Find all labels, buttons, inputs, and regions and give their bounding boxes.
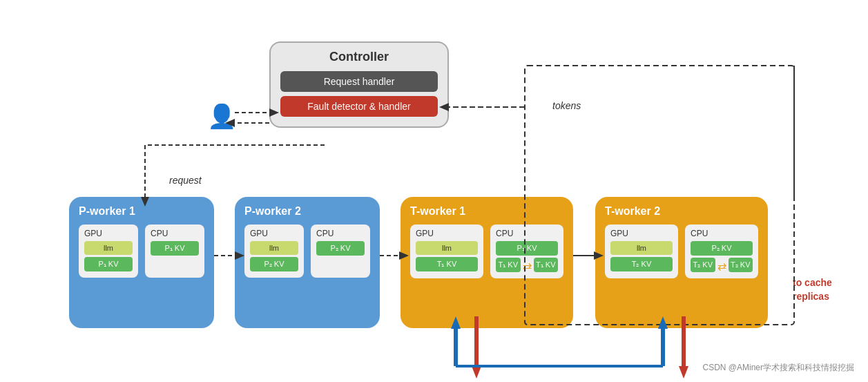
t-worker-1-gpu-label: GPU [416,229,478,238]
t-worker-2-title: T-worker 2 [605,205,758,218]
t-worker-2-cpu: CPU P₂ KV T₂ KV ⇄ T₂ KV [685,225,758,278]
p-worker-2-cpu: CPU P₂ KV [311,225,370,278]
t2-kv-gpu: T₂ KV [610,257,673,271]
cache-label: to cachereplicas [793,276,832,303]
svg-marker-23 [679,366,688,379]
p-worker-2-gpu: GPU llm P₂ KV [244,225,304,278]
p-worker-1-gpu-label: GPU [84,229,133,238]
controller-box: Controller Request handler Fault detecto… [269,41,449,128]
kv-transfer-t2: T₂ KV ⇄ T₂ KV [691,258,753,274]
t-worker-1-title: T-worker 1 [410,205,563,218]
t-worker-1-chips: GPU llm T₁ KV CPU P₁ KV T₁ KV ⇄ T₁ KV [410,225,563,278]
p-worker-2-cpu-label: CPU [316,229,365,238]
p-worker-1-chips: GPU llm P₁ KV CPU P₁ KV [79,225,204,278]
p-worker-1-title: P-worker 1 [79,205,204,218]
t2-kv-cpu2: T₂ KV [729,258,753,272]
t-worker-1-cpu: CPU P₁ KV T₁ KV ⇄ T₁ KV [490,225,563,278]
p-worker-2-title: P-worker 2 [244,205,370,218]
llm-block-3: llm [416,241,478,255]
controller-title: Controller [280,50,438,64]
p-worker-1-gpu: GPU llm P₁ KV [79,225,138,278]
t-worker-2-gpu: GPU llm T₂ KV [605,225,678,278]
t-worker-1-cpu-label: CPU [496,229,558,238]
t2-kv-cpu: T₂ KV [691,258,715,272]
user-icon: 👤 [207,102,236,130]
request-label: request [169,175,202,186]
p-worker-1-cpu: CPU P₁ KV [145,225,204,278]
p-worker-2: P-worker 2 GPU llm P₂ KV CPU P₂ KV [235,197,380,328]
t-worker-2-chips: GPU llm T₂ KV CPU P₂ KV T₂ KV ⇄ T₂ KV [605,225,758,278]
p-worker-2-chips: GPU llm P₂ KV CPU P₂ KV [244,225,370,278]
request-handler: Request handler [280,71,438,92]
diagram: Controller Request handler Fault detecto… [0,0,868,382]
t-worker-2-gpu-label: GPU [610,229,673,238]
t-worker-2-cpu-label: CPU [691,229,753,238]
p2-kv-t2-cpu: P₂ KV [691,241,753,256]
p1-kv-t1-cpu: P₁ KV [496,241,558,256]
llm-block-2: llm [250,241,298,255]
t-worker-1-gpu: GPU llm T₁ KV [410,225,483,278]
transfer-arrow-t1: ⇄ [523,260,532,273]
watermark: CSDN @AMiner学术搜索和科技情报挖掘 [702,362,854,374]
p-worker-2-gpu-label: GPU [250,229,298,238]
transfer-arrow-t2: ⇄ [717,260,726,273]
t1-kv-cpu2: T₁ KV [534,258,559,272]
p2-kv-gpu: P₂ KV [250,257,298,271]
p-worker-1: P-worker 1 GPU llm P₁ KV CPU P₁ KV [69,197,214,328]
svg-marker-21 [472,366,481,379]
t-worker-2: T-worker 2 GPU llm T₂ KV CPU P₂ KV T₂ KV… [595,197,768,328]
llm-block-4: llm [610,241,673,255]
t1-kv-gpu: T₁ KV [416,257,478,271]
llm-block: llm [84,241,133,255]
p-worker-1-cpu-label: CPU [151,229,199,238]
p1-kv-cpu: P₁ KV [151,241,199,256]
t-worker-1: T-worker 1 GPU llm T₁ KV CPU P₁ KV T₁ KV… [401,197,573,328]
fault-handler: Fault detector & handler [280,96,438,117]
p2-kv-cpu: P₂ KV [316,241,365,256]
kv-transfer-t1: T₁ KV ⇄ T₁ KV [496,258,558,274]
tokens-label: tokens [552,100,581,111]
p1-kv-gpu: P₁ KV [84,257,133,271]
t1-kv-cpu: T₁ KV [496,258,521,272]
